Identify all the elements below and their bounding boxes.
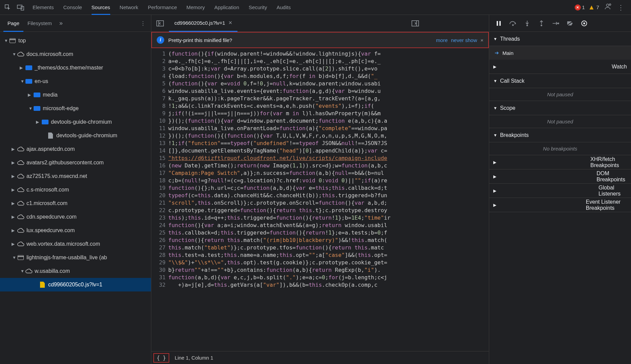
section-threads-label: Threads	[500, 36, 520, 42]
expand-arrow-icon[interactable]	[12, 228, 17, 233]
tab-network[interactable]: Network	[120, 0, 138, 15]
svg-rect-10	[499, 21, 501, 26]
tree-item[interactable]: en-us	[0, 75, 151, 88]
devtools-tabs: Elements Console Sources Network Perform…	[33, 0, 291, 15]
section-global-listeners[interactable]: Global Listeners	[489, 184, 631, 198]
section-scope[interactable]: Scope	[489, 101, 631, 115]
device-toggle-icon[interactable]	[16, 2, 26, 13]
tab-performance[interactable]: Performance	[148, 0, 177, 15]
left-tab-filesystem[interactable]: Filesystem	[23, 15, 56, 32]
tree-item-label: avatars2.githubusercontent.com	[26, 160, 104, 166]
tab-memory[interactable]: Memory	[187, 0, 205, 15]
section-watch[interactable]: Watch	[489, 60, 631, 74]
tree-item[interactable]: _themes/docs.theme/master	[0, 61, 151, 75]
pause-icon[interactable]	[494, 19, 503, 28]
section-callstack[interactable]: Call Stack	[489, 74, 631, 88]
expand-arrow-icon[interactable]	[28, 93, 33, 97]
warning-count: 7	[596, 4, 599, 10]
tree-item[interactable]: docs.microsoft.com	[0, 47, 151, 61]
tree-item[interactable]: c.s-microsoft.com	[0, 183, 151, 197]
expand-arrow-icon[interactable]	[12, 187, 17, 192]
format-button[interactable]: { }	[153, 353, 169, 363]
tab-sources[interactable]: Sources	[92, 0, 110, 15]
debugger-panel: Threads ➔ Main Watch Call Stack Not paus…	[489, 15, 631, 364]
section-breakpoints[interactable]: Breakpoints	[489, 128, 631, 142]
status-bar: { } Line 1, Column 1	[151, 351, 489, 364]
expand-arrow-icon[interactable]	[20, 269, 25, 274]
expand-arrow-icon[interactable]	[12, 255, 17, 260]
file-tab[interactable]: cd99660205c0.js?lv=1 ×	[169, 15, 237, 32]
left-tab-page[interactable]: Page	[3, 15, 23, 32]
tree-item[interactable]: ajax.aspnetcdn.com	[0, 142, 151, 156]
info-icon: i	[157, 36, 164, 44]
tree-item[interactable]: c1.microsoft.com	[0, 197, 151, 210]
expand-arrow-icon[interactable]	[12, 160, 17, 165]
toggle-debugger-icon[interactable]	[344, 17, 486, 29]
tree-item[interactable]: az725175.vo.msecnd.net	[0, 169, 151, 183]
tree-item[interactable]: media	[0, 88, 151, 102]
expand-arrow-icon[interactable]	[20, 65, 25, 70]
expand-arrow-icon[interactable]	[20, 79, 25, 84]
expand-arrow-icon[interactable]	[12, 147, 17, 151]
section-event-listener-breakpoints[interactable]: Event Listener Breakpoints	[489, 198, 631, 212]
step-icon[interactable]	[551, 19, 560, 28]
expand-arrow-icon[interactable]	[28, 106, 33, 111]
pretty-more-link[interactable]: more	[436, 37, 447, 43]
section-xhr-breakpoints[interactable]: XHR/fetch Breakpoints	[489, 155, 631, 169]
tab-audits[interactable]: Audits	[276, 0, 291, 15]
tree-item[interactable]: devtools-guide-chromium	[0, 115, 151, 129]
more-tabs-icon[interactable]: »	[56, 20, 66, 27]
tab-elements[interactable]: Elements	[33, 0, 54, 15]
expand-arrow-icon[interactable]	[12, 52, 17, 57]
thread-main[interactable]: ➔ Main	[489, 46, 631, 60]
expand-arrow-icon[interactable]	[36, 120, 41, 124]
error-count-badge[interactable]: × 1	[575, 4, 585, 11]
tree-item[interactable]: avatars2.githubusercontent.com	[0, 156, 151, 169]
close-tab-icon[interactable]: ×	[229, 19, 232, 26]
section-breakpoints-label: Breakpoints	[500, 132, 529, 138]
tree-item-label: devtools-guide-chromium	[56, 133, 117, 139]
pause-on-exceptions-icon[interactable]	[579, 19, 589, 28]
tree-item-label: c.s-microsoft.com	[26, 187, 69, 193]
svg-point-17	[558, 23, 559, 24]
more-icon[interactable]: ⋮	[616, 2, 626, 13]
tab-application[interactable]: Application	[214, 0, 239, 15]
tab-console[interactable]: Console	[63, 0, 82, 15]
step-into-icon[interactable]	[522, 19, 532, 28]
step-out-icon[interactable]	[537, 19, 546, 28]
svg-point-15	[541, 25, 542, 26]
tab-security[interactable]: Security	[249, 0, 267, 15]
tree-item-label: top	[18, 38, 26, 44]
section-dom-breakpoints[interactable]: DOM Breakpoints	[489, 169, 631, 184]
expand-arrow-icon[interactable]	[12, 174, 17, 179]
expand-arrow-icon[interactable]	[12, 201, 17, 206]
settings-icon[interactable]	[603, 1, 613, 13]
tree-item[interactable]: lightningjs-frame-usabilla_live (ab	[0, 251, 151, 264]
expand-arrow-icon[interactable]	[12, 242, 17, 246]
pretty-never-show-link[interactable]: never show	[451, 37, 477, 43]
tree-item-label: cdn.speedcurve.com	[26, 214, 77, 220]
tree-item[interactable]: cd99660205c0.js?lv=1	[0, 278, 151, 291]
expand-arrow-icon[interactable]	[3, 38, 9, 43]
deactivate-breakpoints-icon[interactable]	[565, 19, 575, 28]
tree-item[interactable]: w.usabilla.com	[0, 264, 151, 278]
warning-icon: ▲	[588, 3, 595, 11]
pretty-close-icon[interactable]: ×	[480, 37, 483, 43]
section-threads[interactable]: Threads	[489, 32, 631, 46]
tree-item[interactable]: microsoft-edge	[0, 102, 151, 115]
tree-item-label: c1.microsoft.com	[26, 200, 68, 206]
navigator-more-icon[interactable]: ⋮	[135, 20, 151, 26]
scope-body: Not paused	[489, 115, 631, 128]
inspect-element-icon[interactable]	[3, 2, 13, 13]
tree-item[interactable]: cdn.speedcurve.com	[0, 210, 151, 224]
tree-item[interactable]: web.vortex.data.microsoft.com	[0, 237, 151, 251]
expand-arrow-icon[interactable]	[12, 215, 17, 219]
toggle-navigator-icon[interactable]	[154, 17, 166, 29]
warning-count-badge[interactable]: ▲ 7	[588, 3, 599, 11]
tree-item[interactable]: top	[0, 34, 151, 47]
step-over-icon[interactable]	[508, 19, 518, 28]
tree-item[interactable]: devtools-guide-chromium	[0, 129, 151, 142]
code-editor[interactable]: 1234567891011121314151617181920212223242…	[151, 48, 489, 351]
tree-item-label: docs.microsoft.com	[26, 51, 73, 57]
tree-item[interactable]: lux.speedcurve.com	[0, 224, 151, 237]
